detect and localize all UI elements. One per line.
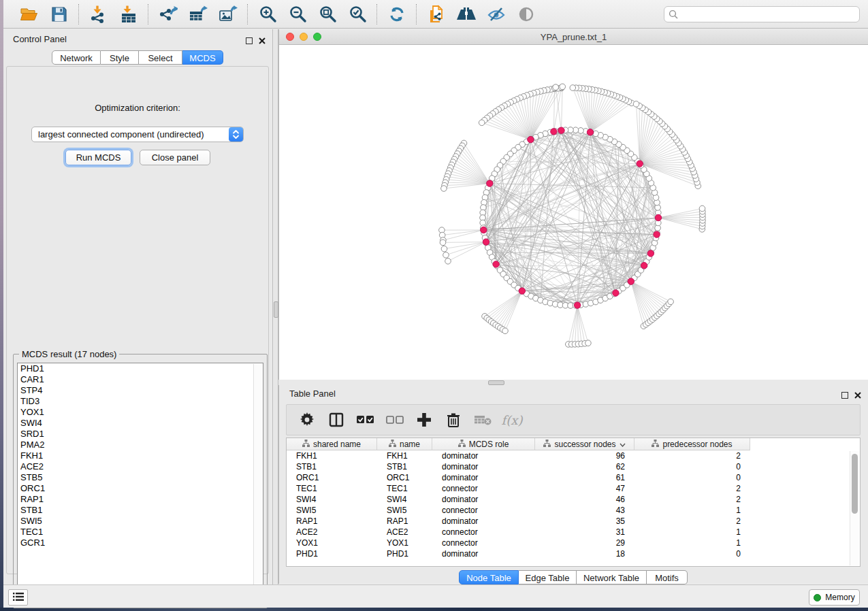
graph-node[interactable] <box>628 278 634 284</box>
mcds-result-item[interactable]: FKH1 <box>18 450 263 461</box>
import-network-icon[interactable] <box>89 4 109 24</box>
graph-node[interactable] <box>637 161 643 167</box>
clear-table-icon[interactable] <box>474 411 492 429</box>
hide-eye-icon[interactable] <box>486 4 507 24</box>
graph-node[interactable] <box>699 205 705 212</box>
search-input[interactable] <box>664 6 860 22</box>
table-row[interactable]: PHD1PHD1dominator180 <box>287 548 860 559</box>
graph-node[interactable] <box>502 328 509 334</box>
zoom-selected-icon[interactable] <box>347 4 368 24</box>
graph-node[interactable] <box>647 250 654 257</box>
export-network-icon[interactable] <box>158 4 178 24</box>
tab-network[interactable]: Network <box>52 50 101 65</box>
graph-node[interactable] <box>551 129 557 135</box>
close-table-panel-icon[interactable] <box>854 389 861 401</box>
graph-node[interactable] <box>553 84 559 90</box>
graph-node[interactable] <box>570 85 576 91</box>
split-view-icon[interactable] <box>327 411 345 429</box>
save-icon[interactable] <box>49 4 69 24</box>
table-row[interactable]: YOX1YOX1connector291 <box>287 538 860 548</box>
horizontal-splitter[interactable] <box>278 380 868 385</box>
float-table-panel-icon[interactable] <box>841 392 848 399</box>
open-folder-icon[interactable] <box>19 4 39 24</box>
mcds-result-item[interactable]: RAP1 <box>18 494 263 505</box>
table-row[interactable]: SWI5SWI5connector431 <box>287 505 860 516</box>
mcds-result-item[interactable]: YOX1 <box>18 407 263 418</box>
import-table-icon[interactable] <box>118 4 139 24</box>
zoom-fit-icon[interactable] <box>317 4 338 24</box>
mcds-result-item[interactable]: STB1 <box>18 505 263 516</box>
mcds-result-item[interactable]: SRD1 <box>18 429 263 440</box>
mcds-result-item[interactable]: ORC1 <box>18 483 263 494</box>
run-mcds-button[interactable]: Run MCDS <box>65 150 131 165</box>
share-document-icon[interactable] <box>426 4 447 24</box>
horizontal-splitter-handle[interactable] <box>488 380 504 385</box>
mcds-result-list[interactable]: PHD1CAR1STP4TID3YOX1SWI4SRD1PMA2FKH1ACE2… <box>17 363 263 604</box>
checked-columns-icon[interactable] <box>357 411 374 429</box>
table-scrollbar-thumb[interactable] <box>852 454 858 514</box>
graph-node[interactable] <box>558 127 564 133</box>
graph-node[interactable] <box>654 231 660 237</box>
mcds-result-item[interactable]: STP4 <box>18 385 263 396</box>
mcds-result-item[interactable]: GCR1 <box>18 538 263 548</box>
export-image-icon[interactable] <box>218 4 238 24</box>
task-history-button[interactable] <box>8 589 28 606</box>
graph-node[interactable] <box>587 129 593 135</box>
binoculars-icon[interactable] <box>456 4 477 24</box>
mcds-result-item[interactable]: SWI4 <box>18 418 263 429</box>
tab-edge-table[interactable]: Edge Table <box>519 570 577 584</box>
graph-node[interactable] <box>441 186 447 192</box>
graph-node[interactable] <box>655 214 661 220</box>
tab-node-table[interactable]: Node Table <box>459 570 519 584</box>
table-row[interactable]: RAP1RAP1dominator352 <box>287 516 860 527</box>
gear-icon[interactable] <box>298 411 316 429</box>
graph-node[interactable] <box>585 340 592 346</box>
table-row[interactable]: SWI4SWI4dominator462 <box>287 494 860 505</box>
close-panel-icon[interactable] <box>259 35 266 47</box>
table-row[interactable]: FKH1FKH1dominator962 <box>287 450 860 461</box>
mcds-result-item[interactable]: TID3 <box>18 396 263 407</box>
tab-style[interactable]: Style <box>101 50 139 65</box>
graph-node[interactable] <box>633 101 639 108</box>
add-column-icon[interactable] <box>415 411 433 429</box>
graph-node[interactable] <box>528 136 534 142</box>
function-icon[interactable]: f(x) <box>503 411 521 429</box>
float-panel-icon[interactable] <box>246 37 253 44</box>
graph-node[interactable] <box>483 239 489 245</box>
result-list-scrollbar[interactable] <box>253 364 262 603</box>
zoom-out-icon[interactable] <box>287 4 308 24</box>
mcds-result-item[interactable]: PMA2 <box>18 440 263 450</box>
column-header-successor-nodes[interactable]: successor nodes <box>535 438 634 450</box>
graph-node[interactable] <box>487 180 493 186</box>
zoom-in-icon[interactable] <box>257 4 278 24</box>
mcds-result-item[interactable]: TEC1 <box>18 527 263 538</box>
vertical-splitter[interactable] <box>272 29 278 584</box>
column-header-MCDS-role[interactable]: MCDS role <box>432 438 535 450</box>
column-header-name[interactable]: name <box>377 438 432 450</box>
unchecked-columns-icon[interactable] <box>386 411 404 429</box>
table-row[interactable]: STB1STB1dominator620 <box>287 461 860 472</box>
table-row[interactable]: TEC1TEC1connector472 <box>287 483 860 494</box>
graph-node[interactable] <box>443 252 449 259</box>
graph-node[interactable] <box>479 120 485 126</box>
graph-node[interactable] <box>613 290 619 296</box>
graph-node[interactable] <box>574 302 580 308</box>
graph-node[interactable] <box>493 261 499 267</box>
graph-node[interactable] <box>519 288 525 294</box>
mcds-result-item[interactable]: PHD1 <box>18 363 263 374</box>
network-canvas[interactable] <box>279 45 868 380</box>
column-header-shared-name[interactable]: shared name <box>287 438 377 450</box>
graph-node[interactable] <box>445 259 451 265</box>
graph-node[interactable] <box>641 263 647 269</box>
vertical-splitter-handle[interactable] <box>274 301 278 318</box>
table-scrollbar[interactable] <box>850 451 859 565</box>
delete-column-icon[interactable] <box>445 411 462 429</box>
close-panel-button[interactable]: Close panel <box>140 150 210 165</box>
graph-node[interactable] <box>560 84 566 90</box>
mcds-result-item[interactable]: ACE2 <box>18 461 263 472</box>
show-eye-icon[interactable] <box>516 4 536 24</box>
tab-network-table[interactable]: Network Table <box>577 570 647 584</box>
memory-button[interactable]: Memory <box>809 589 860 606</box>
table-row[interactable]: ACE2ACE2connector311 <box>287 527 860 538</box>
optimization-criterion-dropdown[interactable]: largest connected component (undirected) <box>31 127 244 142</box>
